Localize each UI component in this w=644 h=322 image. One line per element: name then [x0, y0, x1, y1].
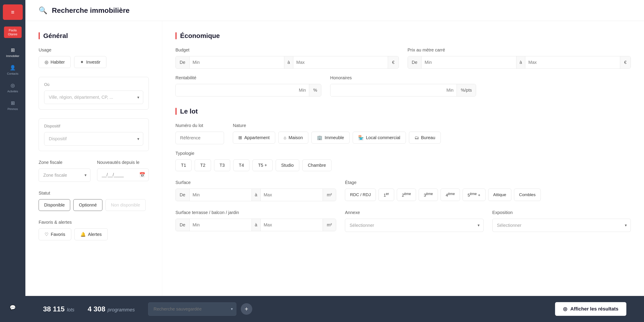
sidebar-item-chat[interactable]: 💬 — [4, 300, 22, 315]
etage-2eme-btn[interactable]: 2ème — [397, 189, 416, 201]
programmes-count: 4 308 — [88, 305, 105, 313]
typo-t3-btn[interactable]: T3 — [214, 159, 230, 171]
surface-min-input[interactable] — [190, 189, 252, 201]
usage-habiter-btn[interactable]: ◎ Habiter — [38, 56, 70, 68]
surface-terrace-range-row: De à m² — [176, 219, 336, 231]
etage-1er-btn[interactable]: 1er — [378, 189, 394, 201]
typologie-field: Typologie T1 T2 T3 T4 — [176, 151, 631, 171]
investir-label: Investir — [86, 60, 100, 65]
economique-title: Économique — [180, 32, 220, 40]
footer-add-btn[interactable]: + — [241, 303, 252, 315]
prix-m2-col: Prix au mètre carré De à € — [408, 48, 631, 69]
nouveautes-col: Nouveautés depuis le 📅 — [97, 160, 149, 182]
typo-t1-btn[interactable]: T1 — [176, 159, 192, 171]
saved-search-input[interactable] — [148, 302, 236, 316]
saved-search-wrapper: ▾ — [148, 302, 236, 316]
typo-studio-btn[interactable]: Studio — [276, 159, 299, 171]
footer-plus-icon: + — [245, 305, 248, 312]
sidebar-item-activites[interactable]: ◎ Activités — [4, 80, 22, 95]
surface-range-row: De à m² — [176, 189, 336, 201]
budget-label: Budget — [176, 48, 399, 53]
terrace-suffix: m² — [323, 219, 336, 231]
5eme-plus-label: 5ème + — [468, 193, 480, 197]
etage-label: Étage — [345, 180, 631, 185]
nature-appartement-btn[interactable]: ⊞ Appartement — [233, 132, 275, 144]
maison-icon: ⌂ — [284, 135, 286, 140]
rentabilite-col: Rentabilité % — [176, 75, 321, 97]
honoraires-min-input[interactable] — [330, 84, 457, 96]
prix-max-input[interactable] — [525, 56, 620, 69]
numero-lot-input[interactable] — [176, 132, 224, 144]
etage-3eme-btn[interactable]: 3ème — [419, 189, 438, 201]
nature-bureau-btn[interactable]: 🗂 Bureau — [409, 132, 441, 144]
etage-attique-btn[interactable]: Attique — [488, 189, 511, 201]
appartement-icon: ⊞ — [238, 135, 242, 140]
sidebar-logo: ≡ — [3, 5, 23, 20]
terrace-prefix: De — [176, 219, 190, 231]
afficher-resultats-btn[interactable]: ◎ Afficher les résultats — [555, 302, 626, 316]
surface-col: Surface De à m² — [176, 180, 336, 201]
surface-terrace-col: Surface terrasse / balcon / jardin De à … — [176, 210, 336, 232]
budget-max-input[interactable] — [293, 56, 388, 69]
statut-optionne-btn[interactable]: Optionné — [73, 199, 102, 211]
terrace-max-input[interactable] — [261, 219, 323, 231]
chat-icon: 💬 — [10, 305, 16, 310]
sidebar-item-pimmos[interactable]: ⊞ Pimmos — [4, 98, 22, 113]
exposition-select[interactable]: Sélectionner — [492, 219, 631, 232]
typo-chambre-btn[interactable]: Chambre — [302, 159, 332, 171]
typologie-btn-group: T1 T2 T3 T4 T5 + — [176, 159, 631, 171]
surface-suffix: m² — [323, 189, 336, 201]
rentabilite-honoraires-row: Rentabilité % Honoraires %/pts — [176, 75, 631, 97]
ou-input[interactable] — [44, 91, 143, 104]
typo-t5plus-btn[interactable]: T5 + — [252, 159, 272, 171]
budget-prix-row: Budget De à € Prix au mètre carré De — [176, 48, 631, 69]
habiter-icon: ◎ — [44, 59, 48, 65]
ou-select-wrapper: ▾ — [44, 91, 143, 104]
local-commercial-icon: 🏪 — [358, 135, 364, 140]
sidebar-item-label-immobilier: Immobilier — [6, 54, 20, 58]
rentabilite-range: % — [176, 84, 321, 97]
surface-label: Surface — [176, 180, 336, 185]
le-lot-section: Le lot Numéro du lot Nature ⊞ Appartemen… — [176, 108, 631, 232]
etage-4eme-btn[interactable]: 4ème — [440, 189, 460, 201]
3eme-label: 3ème — [424, 193, 433, 197]
dispositif-input[interactable] — [44, 132, 143, 146]
annexe-select[interactable]: Sélectionner — [345, 219, 483, 232]
sidebar-item-contacts[interactable]: 👤 Contacts — [4, 62, 22, 78]
immeuble-label: Immeuble — [325, 135, 344, 140]
statut-non-disponible-btn[interactable]: Non disponible — [106, 199, 146, 211]
surface-max-input[interactable] — [261, 189, 323, 201]
etage-5eme-plus-btn[interactable]: 5ème + — [462, 189, 486, 201]
zone-fiscale-select[interactable]: Zone fiscale — [38, 169, 90, 182]
honoraires-suffix: %/pts — [457, 84, 476, 96]
nature-maison-btn[interactable]: ⌂ Maison — [278, 132, 308, 144]
budget-min-input[interactable] — [190, 56, 284, 69]
programmes-stat: 4 308 programmes — [88, 305, 135, 313]
terrace-min-input[interactable] — [190, 219, 252, 231]
etage-rdc-btn[interactable]: RDC / RDJ — [345, 189, 376, 201]
rentabilite-suffix: % — [309, 84, 321, 96]
saved-search-chevron: ▾ — [231, 306, 233, 311]
date-input[interactable] — [97, 169, 149, 181]
rentabilite-min-input[interactable] — [176, 84, 309, 96]
usage-investir-btn[interactable]: ✦ Investir — [74, 56, 106, 68]
nature-local-commercial-btn[interactable]: 🏪 Local commercial — [353, 132, 406, 144]
appartement-label: Appartement — [244, 135, 270, 140]
alertes-btn[interactable]: 🔔 Alertes — [74, 228, 108, 240]
spacer — [485, 75, 631, 97]
statut-disponible-btn[interactable]: Disponible — [38, 199, 70, 211]
typo-t2-btn[interactable]: T2 — [195, 159, 211, 171]
zone-nouveautes-row: Zone fiscale Zone fiscale ▾ Nouveautés d… — [38, 160, 149, 182]
search-header: 🔍 Recherche immobilière — [26, 0, 644, 21]
section-bar-lot — [176, 108, 176, 115]
etage-combles-btn[interactable]: Combles — [514, 189, 541, 201]
ou-field: Où ▾ — [38, 77, 149, 110]
prix-m2-range-row: De à € — [408, 56, 631, 69]
2eme-label: 2ème — [402, 193, 411, 197]
nature-immeuble-btn[interactable]: 🏢 Immeuble — [312, 132, 350, 144]
typo-t4-btn[interactable]: T4 — [233, 159, 250, 171]
prix-min-input[interactable] — [422, 56, 516, 69]
sidebar-item-immobilier[interactable]: ⊞ Immobilier — [4, 45, 22, 60]
budget-prefix: De — [176, 56, 190, 69]
favoris-btn[interactable]: ♡ Favoris — [38, 228, 71, 240]
